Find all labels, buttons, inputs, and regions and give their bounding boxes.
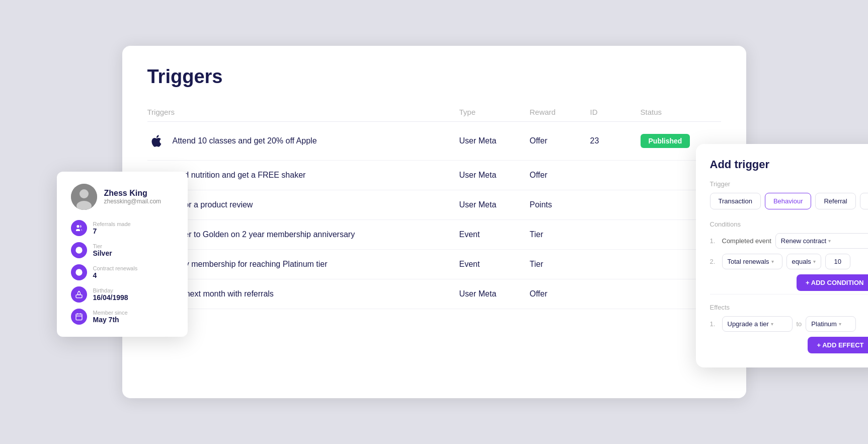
table-row[interactable]: Attend 10 classes and get 20% off Apple … xyxy=(147,122,721,161)
trigger-name-cell: % off your next month with referrals xyxy=(147,289,459,299)
stat-label: Tier xyxy=(93,243,112,249)
trigger-type: User Meta xyxy=(459,200,530,209)
trigger-name-cell: Upgrade tier to Golden on 2 year members… xyxy=(147,230,459,239)
total-renewals-value: Total renewals xyxy=(728,258,769,265)
chevron-down-icon: ▾ xyxy=(813,259,816,264)
to-label: to xyxy=(797,320,802,328)
trigger-type: Event xyxy=(459,230,530,239)
col-type: Type xyxy=(459,108,530,116)
contract-icon: $ xyxy=(71,264,87,280)
table-row[interactable]: Upgrade tier to Golden on 2 year members… xyxy=(147,220,721,250)
user-stats: Referrals made 7 Tier Silver xyxy=(71,220,174,325)
table-row[interactable]: % off yearly membership for reaching Pla… xyxy=(147,250,721,279)
table-row[interactable]: $30 applied nutrition and get a FREE sha… xyxy=(147,161,721,190)
stat-value: Silver xyxy=(93,249,112,257)
col-triggers: Triggers xyxy=(147,108,459,116)
completed-event-value: Renew contract xyxy=(781,237,826,245)
stat-label: Member since xyxy=(93,310,128,316)
upgrade-tier-select[interactable]: Upgrade a tier ▾ xyxy=(722,316,793,332)
equals-select[interactable]: equals ▾ xyxy=(786,254,821,269)
trigger-type: Event xyxy=(459,260,530,269)
trigger-id: 23 xyxy=(590,136,641,145)
add-trigger-panel: Add trigger Trigger Transaction Behaviou… xyxy=(696,144,869,367)
condition-row-2: 2. Total renewals ▾ equals ▾ 10 xyxy=(710,254,869,269)
user-name: Zhess King xyxy=(104,189,162,198)
user-info: Zhess King zhessking@mail.com xyxy=(104,189,162,205)
trigger-btn-event[interactable]: Event xyxy=(860,193,868,209)
table-row[interactable]: 50 points for a product review User Meta… xyxy=(147,190,721,220)
total-renewals-select[interactable]: Total renewals ▾ xyxy=(722,254,782,269)
effect-row-1: 1. Upgrade a tier ▾ to Platinum ▾ xyxy=(710,316,869,332)
condition-num-1: 1. xyxy=(710,237,718,245)
stat-row-contract: $ Contract renewals 4 xyxy=(71,264,174,280)
add-condition-button[interactable]: + ADD CONDITION xyxy=(797,274,868,291)
col-status: Status xyxy=(641,108,721,116)
upgrade-tier-value: Upgrade a tier xyxy=(728,320,769,328)
effects-section-label: Effects xyxy=(710,304,869,311)
svg-text:$: $ xyxy=(77,270,80,275)
trigger-btn-behaviour[interactable]: Behaviour xyxy=(765,193,812,209)
completed-event-select[interactable]: Renew contract ▾ xyxy=(775,233,868,249)
user-email: zhessking@mail.com xyxy=(104,198,162,205)
trigger-name-cell: 50 points for a product review xyxy=(147,200,459,209)
table-row[interactable]: % off your next month with referrals Use… xyxy=(147,279,721,309)
svg-point-3 xyxy=(76,225,79,228)
platinum-value: Platinum xyxy=(811,320,837,328)
stat-value: 4 xyxy=(93,271,138,279)
tier-icon xyxy=(71,242,87,258)
trigger-type: User Meta xyxy=(459,289,530,299)
value-input[interactable]: 10 xyxy=(825,254,850,269)
published-badge: Published xyxy=(641,134,690,148)
trigger-btn-referral[interactable]: Referral xyxy=(815,193,855,209)
conditions-section-label: Conditions xyxy=(710,220,869,228)
platinum-select[interactable]: Platinum ▾ xyxy=(806,316,856,332)
stat-info: Member since May 7th xyxy=(93,310,128,324)
member-icon xyxy=(71,309,87,325)
col-reward: Reward xyxy=(530,108,590,116)
trigger-type: User Meta xyxy=(459,136,530,145)
page-title: Triggers xyxy=(147,66,721,88)
trigger-name-cell: $30 applied nutrition and get a FREE sha… xyxy=(147,171,459,180)
divider xyxy=(710,294,869,294)
avatar xyxy=(71,184,97,210)
chevron-down-icon: ▾ xyxy=(828,238,831,244)
chevron-down-icon: ▾ xyxy=(771,321,773,327)
stat-info: Contract renewals 4 xyxy=(93,265,138,279)
trigger-name: Attend 10 classes and get 20% off Apple xyxy=(173,136,317,145)
stat-row-birthday: Birthday 16/04/1998 xyxy=(71,286,174,303)
apple-icon xyxy=(147,132,166,150)
condition-num-2: 2. xyxy=(710,258,718,265)
trigger-reward: Offer xyxy=(530,171,590,180)
stat-row-member: Member since May 7th xyxy=(71,309,174,325)
equals-label: equals xyxy=(792,258,811,265)
referrals-icon xyxy=(71,220,87,236)
stat-value: 7 xyxy=(93,227,131,235)
svg-rect-8 xyxy=(76,314,82,320)
trigger-btn-transaction[interactable]: Transaction xyxy=(710,193,761,209)
trigger-reward: Offer xyxy=(530,289,590,299)
trigger-name-cell: Attend 10 classes and get 20% off Apple xyxy=(147,132,459,150)
stat-row-referrals: Referrals made 7 xyxy=(71,220,174,236)
stat-label: Birthday xyxy=(93,287,128,293)
main-card: Triggers Triggers Type Reward ID Status … xyxy=(122,46,746,398)
trigger-type: User Meta xyxy=(459,171,530,180)
trigger-name-cell: % off yearly membership for reaching Pla… xyxy=(147,260,459,269)
trigger-reward: Tier xyxy=(530,260,590,269)
add-effect-button[interactable]: + ADD EFFECT xyxy=(808,337,868,353)
stat-label: Contract renewals xyxy=(93,265,138,271)
trigger-reward: Tier xyxy=(530,230,590,239)
stat-info: Birthday 16/04/1998 xyxy=(93,287,128,302)
effect-num-1: 1. xyxy=(710,320,718,328)
table-header: Triggers Type Reward ID Status xyxy=(147,103,721,122)
trigger-section-label: Trigger xyxy=(710,180,869,188)
birthday-icon xyxy=(71,286,87,303)
user-card: Zhess King zhessking@mail.com Referrals … xyxy=(57,172,188,337)
chevron-down-icon: ▾ xyxy=(771,259,774,264)
panel-title: Add trigger xyxy=(710,158,869,171)
stat-value: 16/04/1998 xyxy=(93,293,128,302)
stat-info: Tier Silver xyxy=(93,243,112,257)
stat-info: Referrals made 7 xyxy=(93,221,131,235)
trigger-buttons: Transaction Behaviour Referral Event xyxy=(710,193,869,209)
stat-row-tier: Tier Silver xyxy=(71,242,174,258)
svg-point-1 xyxy=(80,189,89,198)
